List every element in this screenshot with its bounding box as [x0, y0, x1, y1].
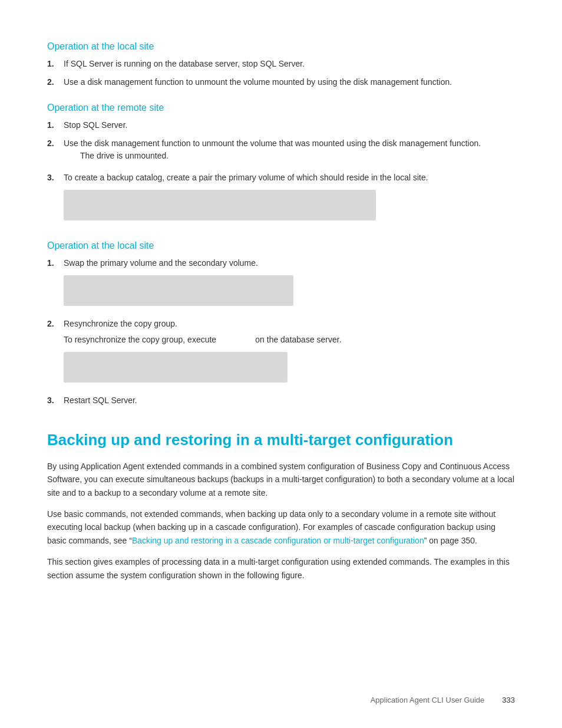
local-site-list-2: 1. Swap the primary volume and the secon… [47, 257, 515, 407]
remote-site-heading: Operation at the remote site [47, 103, 515, 113]
remote-site-section: Operation at the remote site 1. Stop SQL… [47, 103, 515, 226]
list-item: 3. To create a backup catalog, create a … [47, 172, 515, 226]
list-text: Resynchronize the copy group. [64, 319, 177, 328]
list-item: 2. Use a disk management function to unm… [47, 76, 515, 88]
footer-page: 333 [502, 696, 515, 704]
resync-description: To resynchronize the copy group, execute… [64, 334, 515, 346]
list-text: If SQL Server is running on the database… [64, 58, 515, 70]
list-number: 2. [47, 318, 64, 388]
footer-label: Application Agent CLI User Guide [371, 696, 485, 704]
list-text: To create a backup catalog, create a pai… [64, 173, 428, 182]
local-site-heading-1: Operation at the local site [47, 41, 515, 52]
code-block-resync [64, 352, 287, 383]
paragraph-2: Use basic commands, not extended command… [47, 508, 515, 547]
local-site-heading-2: Operation at the local site [47, 241, 515, 251]
cascade-config-link[interactable]: Backing up and restoring in a cascade co… [132, 536, 424, 545]
list-item: 1. If SQL Server is running on the datab… [47, 58, 515, 70]
list-number: 3. [47, 394, 64, 407]
page-content: Operation at the local site 1. If SQL Se… [0, 0, 562, 637]
list-number: 1. [47, 58, 64, 70]
list-content: Resynchronize the copy group. To resynch… [64, 318, 515, 388]
list-content: Swap the primary volume and the secondar… [64, 257, 515, 312]
code-block-remote [64, 190, 376, 220]
code-block-swap [64, 275, 293, 306]
list-number: 1. [47, 119, 64, 131]
list-text: Stop SQL Server. [64, 119, 515, 131]
list-note: The drive is unmounted. [80, 150, 515, 162]
list-item: 2. Resynchronize the copy group. To resy… [47, 318, 515, 388]
list-content: Use the disk management function to unmo… [64, 137, 515, 166]
local-site-section-1: Operation at the local site 1. If SQL Se… [47, 41, 515, 88]
list-text: Swap the primary volume and the secondar… [64, 258, 258, 268]
footer: Application Agent CLI User Guide 333 [371, 696, 515, 704]
list-item: 3. Restart SQL Server. [47, 394, 515, 407]
list-item: 2. Use the disk management function to u… [47, 137, 515, 166]
local-site-list-1: 1. If SQL Server is running on the datab… [47, 58, 515, 88]
list-number: 1. [47, 257, 64, 312]
list-item: 1. Swap the primary volume and the secon… [47, 257, 515, 312]
list-text: Use the disk management function to unmo… [64, 139, 481, 148]
list-item: 1. Stop SQL Server. [47, 119, 515, 131]
local-site-section-2: Operation at the local site 1. Swap the … [47, 241, 515, 407]
main-section: Backing up and restoring in a multi-targ… [47, 430, 515, 582]
list-text: Restart SQL Server. [64, 394, 515, 407]
paragraph-3: This section gives examples of processin… [47, 555, 515, 582]
list-number: 2. [47, 137, 64, 166]
list-number: 2. [47, 76, 64, 88]
paragraph-1: By using Application Agent extended comm… [47, 460, 515, 499]
list-content: To create a backup catalog, create a pai… [64, 172, 515, 226]
remote-site-list: 1. Stop SQL Server. 2. Use the disk mana… [47, 119, 515, 226]
list-text: Use a disk management function to unmoun… [64, 76, 515, 88]
list-number: 3. [47, 172, 64, 226]
main-heading: Backing up and restoring in a multi-targ… [47, 430, 515, 450]
